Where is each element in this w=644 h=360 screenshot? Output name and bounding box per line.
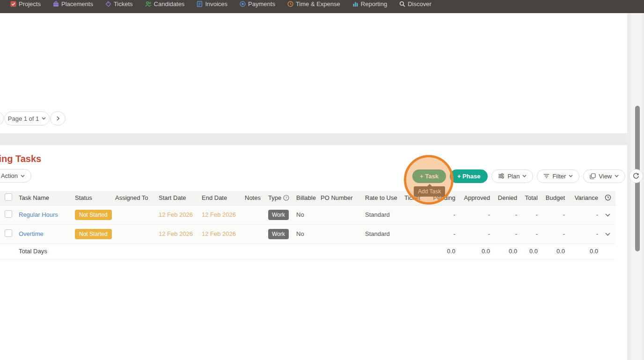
nav-item-candidates[interactable]: Candidates <box>145 0 185 7</box>
ticket-cell <box>402 205 428 224</box>
add-phase-button[interactable]: + Phase <box>450 169 488 183</box>
start-date-value[interactable]: 12 Feb 2026 <box>159 230 193 237</box>
status-badge: Not Started <box>75 210 112 220</box>
col-header-start-date[interactable]: Start Date <box>157 191 200 205</box>
row-expand-chevron-icon[interactable] <box>605 233 610 236</box>
assigned-to-cell <box>113 224 157 243</box>
col-header-budget[interactable]: Budget <box>540 191 567 205</box>
total-cell: - <box>519 205 540 224</box>
col-header-end-date[interactable]: End Date <box>200 191 243 205</box>
ticket-icon <box>105 1 111 7</box>
next-page-button[interactable] <box>50 111 66 125</box>
chevron-down-icon <box>569 175 573 177</box>
briefcase-icon <box>53 1 59 7</box>
refresh-icon <box>633 173 639 179</box>
rate-to-use-cell: Standard <box>363 224 402 243</box>
type-badge: Work <box>268 229 289 239</box>
plan-dropdown-button[interactable]: Plan <box>491 169 533 183</box>
svg-text:?: ? <box>285 196 287 200</box>
document-icon <box>197 1 203 7</box>
col-header-status[interactable]: Status <box>73 191 113 205</box>
nav-item-payments[interactable]: Payments <box>240 0 275 7</box>
pending-cell: - <box>428 224 457 243</box>
select-all-checkbox[interactable] <box>5 193 12 201</box>
col-header-rate-to-use[interactable]: Rate to Use <box>363 191 402 205</box>
filter-dropdown-button[interactable]: Filter <box>537 169 579 183</box>
col-header-denied[interactable]: Denied <box>492 191 519 205</box>
row-checkbox[interactable] <box>5 229 12 237</box>
totals-label: Total Days <box>17 243 73 259</box>
col-header-type[interactable]: Type ? <box>266 191 294 205</box>
add-task-button[interactable]: + Task <box>412 169 446 183</box>
start-date-value[interactable]: 12 Feb 2026 <box>159 211 193 218</box>
action-button-label: Action <box>1 172 18 179</box>
nav-item-discover[interactable]: Discover <box>399 0 432 7</box>
page-selector-button[interactable]: Page 1 of 1 <box>4 111 50 125</box>
clock-column-icon <box>605 194 611 201</box>
nav-item-tickets[interactable]: Tickets <box>105 0 133 7</box>
nav-label: Placements <box>61 0 93 7</box>
approved-cell: - <box>457 205 492 224</box>
page-label: Page 1 of 1 <box>8 115 39 122</box>
filter-icon <box>543 173 549 179</box>
add-task-tooltip: Add Task <box>414 186 445 197</box>
chevron-down-icon <box>21 175 25 177</box>
col-header-total[interactable]: Total <box>519 191 540 205</box>
action-button[interactable]: Action <box>0 169 31 183</box>
help-icon: ? <box>283 195 289 201</box>
nav-label: Time & Expense <box>296 0 340 7</box>
col-header-po-number[interactable]: PO Number <box>319 191 363 205</box>
refresh-button[interactable] <box>629 169 643 183</box>
totals-row: Total Days 0.0 0.0 0.0 0.0 0.0 0.0 <box>0 243 615 259</box>
tasks-table: Task Name Status Assigned To Start Date … <box>0 191 615 259</box>
notes-cell <box>243 205 266 224</box>
end-date-value[interactable]: 12 Feb 2026 <box>202 230 236 237</box>
budget-cell: - <box>540 205 567 224</box>
layers-copy-icon <box>590 173 596 179</box>
nav-item-invoices[interactable]: Invoices <box>197 0 227 7</box>
task-name-link[interactable]: Regular Hours <box>19 211 58 218</box>
col-header-variance[interactable]: Variance <box>567 191 600 205</box>
billable-cell: No <box>294 224 319 243</box>
col-header-billable[interactable]: Billable <box>294 191 319 205</box>
bar-chart-icon <box>352 1 359 7</box>
totals-pending: 0.0 <box>428 243 457 259</box>
approved-cell: - <box>457 224 492 243</box>
nav-item-reporting[interactable]: Reporting <box>352 0 387 7</box>
clock-icon <box>287 1 293 7</box>
people-icon <box>145 1 152 7</box>
chevron-down-icon <box>522 175 527 177</box>
col-header-approved[interactable]: Approved <box>457 191 492 205</box>
col-header-assigned-to[interactable]: Assigned To <box>113 191 157 205</box>
task-name-link[interactable]: Overtime <box>19 230 44 237</box>
page-title: Planning Tasks <box>0 154 41 164</box>
row-expand-chevron-icon[interactable] <box>605 213 610 217</box>
prev-page-button[interactable] <box>0 111 4 125</box>
view-dropdown-button[interactable]: View <box>583 169 625 183</box>
col-header-task-name[interactable]: Task Name <box>17 191 73 205</box>
chevron-down-icon <box>615 175 619 177</box>
nav-label: Reporting <box>361 0 387 7</box>
notes-cell <box>243 224 266 243</box>
end-date-value[interactable]: 12 Feb 2026 <box>202 211 236 218</box>
scrollbar-track[interactable] <box>631 13 642 360</box>
assigned-to-cell <box>113 205 157 224</box>
rate-to-use-cell: Standard <box>363 205 402 224</box>
filter-button-label: Filter <box>552 173 566 180</box>
row-checkbox[interactable] <box>5 210 12 218</box>
nav-item-projects[interactable]: Projects <box>10 0 41 7</box>
nav-label: Projects <box>19 0 41 7</box>
variance-cell: - <box>567 205 600 224</box>
nav-label: Tickets <box>114 0 133 7</box>
table-row: Overtime Not Started 12 Feb 2026 12 Feb … <box>0 224 615 243</box>
plan-button-label: Plan <box>507 173 520 180</box>
nav-label: Payments <box>248 0 275 7</box>
status-badge: Not Started <box>75 229 112 239</box>
totals-variance: 0.0 <box>567 243 600 259</box>
nav-label: Candidates <box>154 0 185 7</box>
col-header-notes[interactable]: Notes <box>243 191 266 205</box>
nav-item-time-expense[interactable]: Time & Expense <box>287 0 340 7</box>
view-button-label: View <box>599 173 612 180</box>
table-row: Regular Hours Not Started 12 Feb 2026 12… <box>0 205 615 224</box>
nav-item-placements[interactable]: Placements <box>53 0 93 7</box>
